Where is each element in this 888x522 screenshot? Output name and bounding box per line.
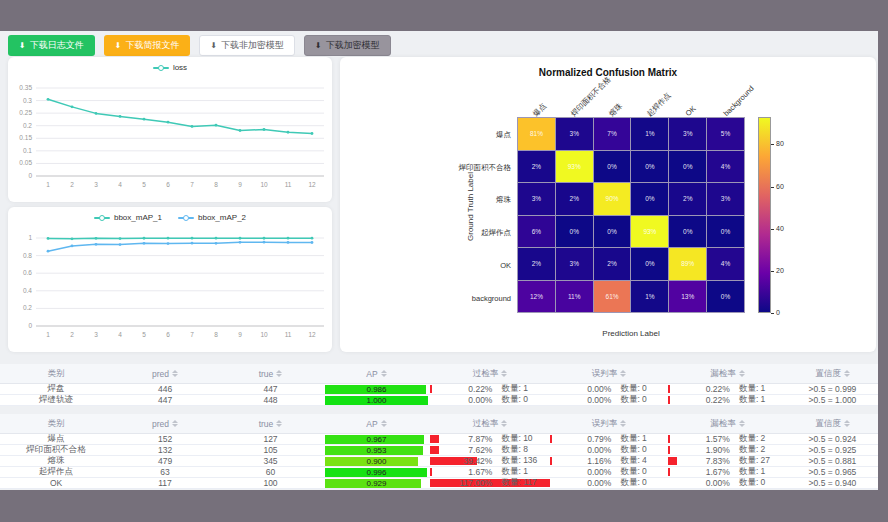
- cell: 105: [218, 445, 323, 455]
- column-header-3[interactable]: AP: [323, 414, 430, 433]
- svg-text:0.35: 0.35: [19, 84, 32, 91]
- matrix-cell: 93%: [556, 151, 593, 183]
- ap-cell: 1.000: [323, 395, 430, 405]
- svg-text:10: 10: [260, 181, 268, 188]
- legend-item-loss[interactable]: loss: [153, 63, 187, 72]
- sort-icon[interactable]: [739, 420, 745, 427]
- matrix-cell: 4%: [707, 151, 744, 183]
- matrix-cell: 2%: [594, 248, 631, 280]
- matrix-cell: 0%: [707, 216, 744, 248]
- rate-cell: 117.00%数量: 117: [430, 478, 550, 488]
- column-header-1[interactable]: pred: [112, 364, 218, 383]
- rate-cell: 0.00%数量: 0: [550, 384, 668, 394]
- cell: 152: [112, 434, 218, 444]
- colorbar-tick: 80: [776, 140, 784, 147]
- download-icon: ⬇: [115, 42, 122, 50]
- svg-text:0.05: 0.05: [19, 159, 32, 166]
- svg-text:0.8: 0.8: [23, 252, 32, 259]
- sort-icon[interactable]: [844, 370, 850, 377]
- cell: 熔珠: [0, 456, 112, 466]
- rate-cell: 1.16%数量: 4: [550, 456, 668, 466]
- cell: 447: [218, 384, 323, 394]
- ap-cell: 0.996: [323, 467, 430, 477]
- column-header-1[interactable]: pred: [112, 414, 218, 433]
- svg-text:0.2: 0.2: [23, 304, 32, 311]
- sort-icon[interactable]: [172, 420, 178, 427]
- confidence-cell: >0.5 = 0.924: [787, 434, 878, 444]
- download-button-1[interactable]: ⬇下载日志文件: [8, 35, 95, 56]
- download-button-2[interactable]: ⬇下载简报文件: [104, 35, 191, 56]
- column-header-4[interactable]: 过检率: [430, 364, 550, 383]
- svg-text:2: 2: [70, 181, 74, 188]
- cell: 60: [218, 467, 323, 477]
- rate-cell: 0.22%数量: 1: [668, 395, 787, 405]
- sort-icon[interactable]: [276, 370, 282, 377]
- confusion-matrix-card: Normalized Confusion Matrix 爆点焊印面积不合格熔珠起…: [340, 57, 876, 352]
- table-row: 焊盘4464470.9860.22%数量: 10.00%数量: 00.22%数量…: [0, 384, 878, 395]
- matrix-cell: 6%: [518, 216, 555, 248]
- metrics-table-1: 类别predtrueAP过检率误判率漏检率置信度焊盘4464470.9860.2…: [0, 364, 878, 406]
- sort-icon[interactable]: [620, 420, 626, 427]
- cell: 焊盘: [0, 384, 112, 394]
- matrix-cell: 3%: [556, 248, 593, 280]
- matrix-cell: 3%: [669, 118, 706, 150]
- matrix-cell: 0%: [631, 183, 668, 215]
- svg-text:12: 12: [308, 181, 316, 188]
- legend-item-bbox_mAP_2[interactable]: bbox_mAP_2: [178, 213, 246, 222]
- matrix-column-label: OK: [684, 104, 698, 118]
- matrix-row-label: background: [421, 294, 511, 303]
- ap-cell: 0.986: [323, 384, 430, 394]
- dashboard-screen: ⬇下载日志文件⬇下载简报文件⬇下载非加密模型⬇下载加密模型 loss 00.05…: [0, 0, 888, 522]
- sort-icon[interactable]: [501, 420, 507, 427]
- colorbar: [758, 117, 771, 313]
- sort-icon[interactable]: [620, 370, 626, 377]
- sort-icon[interactable]: [276, 420, 282, 427]
- table-row: 熔珠4793450.90039.42%数量: 1361.16%数量: 47.83…: [0, 456, 878, 467]
- download-button-3[interactable]: ⬇下载非加密模型: [199, 35, 295, 56]
- matrix-cell: 1%: [631, 281, 668, 313]
- sort-icon[interactable]: [501, 370, 507, 377]
- confidence-cell: >0.5 = 0.925: [787, 445, 878, 455]
- cell: OK: [0, 478, 112, 488]
- rate-cell: 0.22%数量: 1: [430, 384, 550, 394]
- column-header-2[interactable]: true: [218, 414, 323, 433]
- confidence-cell: >0.5 = 0.999: [787, 384, 878, 394]
- matrix-column-label: background: [722, 84, 756, 118]
- matrix-row-label: 爆点: [421, 130, 511, 140]
- column-header-4[interactable]: 过检率: [430, 414, 550, 433]
- svg-text:5: 5: [142, 181, 146, 188]
- rate-cell: 0.00%数量: 0: [550, 445, 668, 455]
- column-header-6[interactable]: 漏检率: [668, 414, 787, 433]
- cell: 127: [218, 434, 323, 444]
- rate-cell: 1.90%数量: 2: [668, 445, 787, 455]
- matrix-cell: 0%: [631, 151, 668, 183]
- svg-text:1: 1: [46, 181, 50, 188]
- map-chart-plot: 00.20.40.60.81123456789101112: [8, 226, 332, 348]
- sort-icon[interactable]: [172, 370, 178, 377]
- column-header-5[interactable]: 误判率: [550, 414, 668, 433]
- sort-icon[interactable]: [381, 370, 387, 377]
- matrix-cell: 4%: [707, 248, 744, 280]
- map-chart-legend: bbox_mAP_1bbox_mAP_2: [8, 213, 332, 222]
- matrix-cell: 3%: [556, 118, 593, 150]
- sort-icon[interactable]: [844, 420, 850, 427]
- cell: 63: [112, 467, 218, 477]
- column-header-6[interactable]: 漏检率: [668, 364, 787, 383]
- prediction-label-axis: Prediction Label: [517, 329, 745, 338]
- legend-item-bbox_mAP_1[interactable]: bbox_mAP_1: [94, 213, 162, 222]
- sort-icon[interactable]: [739, 370, 745, 377]
- sort-icon[interactable]: [381, 420, 387, 427]
- map-chart-card: bbox_mAP_1bbox_mAP_2 00.20.40.60.8112345…: [8, 207, 332, 352]
- column-header-7[interactable]: 置信度: [787, 364, 878, 383]
- matrix-cell: 2%: [518, 248, 555, 280]
- column-header-5[interactable]: 误判率: [550, 364, 668, 383]
- column-header-3[interactable]: AP: [323, 364, 430, 383]
- matrix-cell: 2%: [556, 183, 593, 215]
- svg-text:6: 6: [166, 331, 170, 338]
- column-header-0: 类别: [0, 364, 112, 383]
- svg-text:4: 4: [118, 331, 122, 338]
- cell: 焊印面积不合格: [0, 445, 112, 455]
- column-header-2[interactable]: true: [218, 364, 323, 383]
- download-button-4[interactable]: ⬇下载加密模型: [304, 35, 391, 56]
- column-header-7[interactable]: 置信度: [787, 414, 878, 433]
